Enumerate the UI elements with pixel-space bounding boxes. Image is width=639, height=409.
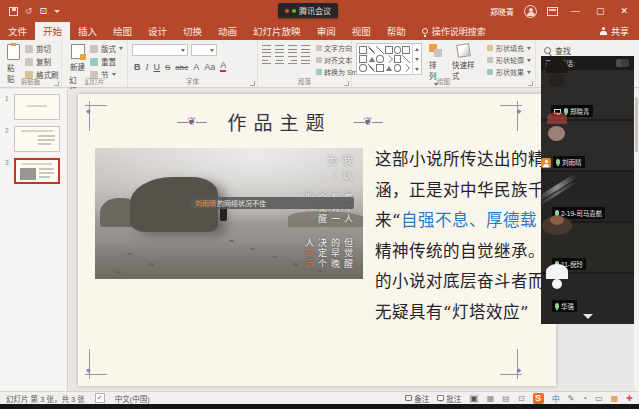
- language-indicator[interactable]: 中文(中国): [115, 393, 150, 404]
- tab-help[interactable]: 帮助: [379, 22, 414, 40]
- ime-more-icon[interactable]: ✚: [626, 394, 633, 403]
- tab-insert[interactable]: 插入: [70, 22, 105, 40]
- new-slide-icon: [71, 44, 85, 59]
- line-spacing-icon[interactable]: [301, 45, 310, 53]
- participant-tile[interactable]: 刘雨晴: [541, 121, 634, 170]
- save-icon[interactable]: [9, 7, 18, 16]
- participant-tile[interactable]: 华强: [541, 274, 634, 324]
- reading-view-button[interactable]: ▤: [502, 394, 510, 403]
- clear-format-button[interactable]: abc: [175, 64, 188, 72]
- ribbon-display-options-icon[interactable]: [547, 7, 558, 16]
- shape-outline-button[interactable]: 形状轮廓: [487, 55, 531, 65]
- corner-ornament-icon: ◆: [496, 101, 522, 135]
- comments-button[interactable]: 批注: [437, 393, 461, 404]
- ime-badge-icon[interactable]: S: [533, 393, 544, 404]
- slide[interactable]: ◆ ◆ ◆ ◆ —❦— 作品主题 —❦—: [78, 94, 556, 386]
- tab-animations[interactable]: 动画: [210, 22, 245, 40]
- account-name[interactable]: 郑晓青: [490, 6, 514, 17]
- close-button[interactable]: ✕: [617, 7, 631, 16]
- copy-button[interactable]: 复制: [25, 56, 59, 67]
- shape-fill-button[interactable]: 形状填充: [487, 43, 531, 53]
- font-name-select[interactable]: [132, 44, 188, 56]
- cut-button[interactable]: 剪切: [25, 43, 59, 54]
- bold-button[interactable]: B: [134, 63, 141, 72]
- collapse-panel-icon[interactable]: [583, 314, 593, 319]
- meeting-panel[interactable]: 正在讲话: 郑晓青 刘雨晴 2-19-司马嘉航: [541, 56, 634, 324]
- thumbnail-row-1[interactable]: 1: [5, 94, 67, 120]
- ribbon-tab-row: 文件 开始 插入 绘图 设计 切换 动画 幻灯片放映 审阅 视图 帮助 操作说明…: [0, 22, 639, 40]
- shape-gallery-scroll[interactable]: [412, 44, 421, 74]
- numbering-icon[interactable]: [275, 45, 284, 53]
- layout-button[interactable]: 版式: [90, 43, 123, 54]
- notes-button[interactable]: 备注: [405, 393, 429, 404]
- meeting-floating-pill[interactable]: 腾讯会议: [278, 3, 338, 18]
- tab-slideshow[interactable]: 幻灯片放映: [245, 22, 309, 40]
- tell-me-search[interactable]: 操作说明搜索: [414, 22, 494, 40]
- ime-toolbox-icon[interactable]: ▦: [611, 394, 619, 403]
- account-avatar[interactable]: [524, 5, 537, 18]
- slide-thumbnail-3-selected[interactable]: [14, 158, 60, 184]
- ime-pen-icon[interactable]: ✎: [568, 394, 575, 403]
- network-toast: 刘雨晴 的网络状况不佳: [190, 197, 354, 209]
- slideshow-view-button[interactable]: ⊡: [518, 394, 525, 403]
- align-center-icon[interactable]: [275, 56, 284, 64]
- reset-icon: [90, 58, 98, 66]
- align-buttons[interactable]: [262, 56, 310, 64]
- font-size-select[interactable]: [191, 44, 217, 56]
- font-color-button[interactable]: A: [220, 61, 226, 72]
- find-button[interactable]: 查找: [544, 45, 635, 56]
- slideshow-icon[interactable]: ⊡: [40, 7, 48, 16]
- share-button[interactable]: 共享: [590, 22, 639, 40]
- meeting-pill-label: 腾讯会议: [299, 5, 331, 16]
- minimize-button[interactable]: —: [568, 7, 583, 16]
- undo-icon[interactable]: ↺: [25, 7, 33, 16]
- thumbnail-row-2[interactable]: 2: [5, 126, 67, 152]
- indent-decrease-icon[interactable]: [288, 45, 297, 53]
- tell-me-label: 操作说明搜索: [432, 25, 486, 38]
- clipboard-dialog-launcher[interactable]: [54, 81, 59, 86]
- slide-thumbnail-2[interactable]: [14, 126, 60, 152]
- tab-home[interactable]: 开始: [35, 22, 70, 40]
- maximize-button[interactable]: ▢: [593, 7, 608, 16]
- bullets-icon[interactable]: [262, 45, 271, 53]
- tab-draw[interactable]: 绘图: [105, 22, 140, 40]
- slide-sorter-view-button[interactable]: ▦: [487, 394, 495, 403]
- slide-thumbnail-1[interactable]: [14, 94, 60, 120]
- slide-title[interactable]: 作品主题: [227, 108, 331, 135]
- text-shadow-button[interactable]: A: [193, 63, 199, 72]
- italic-button[interactable]: I: [146, 63, 149, 72]
- ime-mode-icon[interactable]: 中: [552, 393, 560, 404]
- tab-design[interactable]: 设计: [140, 22, 175, 40]
- list-indent-buttons[interactable]: [262, 45, 310, 53]
- tab-view[interactable]: 视图: [344, 22, 379, 40]
- justify-icon[interactable]: [301, 56, 310, 64]
- drawing-dialog-launcher[interactable]: [528, 81, 533, 86]
- flourish-right-icon: —❦—: [354, 115, 382, 128]
- normal-view-button[interactable]: ▣: [469, 394, 479, 403]
- arrange-icon: [429, 44, 442, 57]
- thumbnail-row-3[interactable]: 3: [5, 158, 67, 184]
- align-left-icon[interactable]: [262, 56, 271, 64]
- shape-effects-icon: [487, 69, 493, 75]
- ime-clock-icon[interactable]: ◔: [582, 394, 587, 403]
- ime-keyboard-icon[interactable]: ▭: [595, 394, 603, 403]
- slide-photo-beach[interactable]: 我认为： 每个人都有一个觉醒期！ 但觉醒的早晚决定个人命运 刘雨晴 的网络状况不…: [95, 148, 363, 279]
- change-case-button[interactable]: Aa: [204, 63, 215, 72]
- shape-gallery[interactable]: [356, 43, 422, 75]
- vertical-scrollbar[interactable]: [634, 89, 639, 391]
- align-right-icon[interactable]: [288, 56, 297, 64]
- reset-button[interactable]: 重置: [90, 56, 123, 67]
- participant-tile[interactable]: 2-19-司马嘉航: [541, 172, 634, 221]
- tab-transitions[interactable]: 切换: [175, 22, 210, 40]
- font-dialog-launcher[interactable]: [250, 81, 255, 86]
- tab-review[interactable]: 审阅: [309, 22, 344, 40]
- thumbnail-number: 2: [5, 127, 11, 134]
- paragraph-dialog-launcher[interactable]: [344, 81, 349, 86]
- strikethrough-button[interactable]: S: [165, 64, 170, 72]
- scrollbar-thumb[interactable]: [635, 97, 638, 152]
- flourish-left-icon: —❦—: [177, 115, 205, 128]
- qat-dropdown-icon[interactable]: [54, 10, 60, 13]
- spell-check-icon[interactable]: ✓: [95, 393, 105, 403]
- tab-file[interactable]: 文件: [0, 22, 35, 40]
- underline-button[interactable]: U: [154, 63, 161, 72]
